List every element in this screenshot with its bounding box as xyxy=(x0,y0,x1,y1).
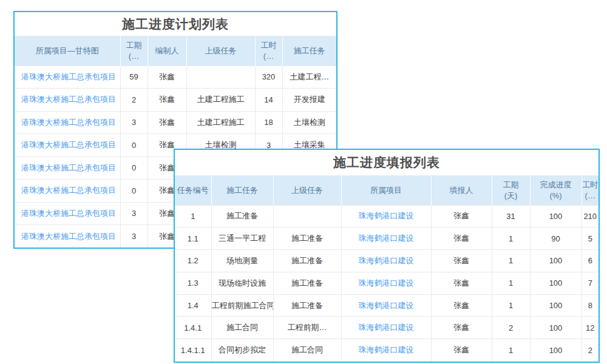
duration-cell: 59 xyxy=(120,66,148,89)
project-link[interactable]: 珠海鹤港口建设 xyxy=(341,272,431,294)
task-id-cell: 1.1 xyxy=(175,228,211,250)
task-cell: 施工准备 xyxy=(211,205,273,228)
hours-cell: 12 xyxy=(582,317,599,339)
task-cell: 三通一平工程 xyxy=(211,228,273,250)
col-header-duration-days: 工期 (天) xyxy=(492,176,530,205)
task-cell: 工程前期施工合同 xyxy=(211,294,273,317)
duration-cell: 1 xyxy=(492,228,530,250)
progress-cell: 100 xyxy=(530,339,582,362)
col-header-reporter: 填报人 xyxy=(431,176,492,205)
project-link[interactable]: 珠海鹤港口建设 xyxy=(341,228,431,250)
author-cell: 张鑫 xyxy=(148,66,186,89)
col-header-hours: 工时 (… xyxy=(582,176,599,205)
parent-task-cell xyxy=(186,66,255,89)
task-id-cell: 1 xyxy=(175,205,211,228)
parent-task-cell: 施工准备 xyxy=(273,272,341,294)
project-link[interactable]: 珠海鹤港口建设 xyxy=(341,294,431,317)
col-header-project-gantt: 所属项目—甘特图 xyxy=(15,36,120,66)
duration-cell: 31 xyxy=(492,205,530,228)
duration-cell: 2 xyxy=(492,317,530,339)
project-link[interactable]: 港珠澳大桥施工总承包项目 xyxy=(15,134,120,157)
project-link[interactable]: 港珠澳大桥施工总承包项目 xyxy=(15,225,120,248)
task-id-cell: 1.2 xyxy=(175,250,211,272)
col-header-project: 所属项目 xyxy=(341,176,431,205)
report-table-head: 任务编号 施工任务 上级任务 所属项目 填报人 工期 (天) 完成进度 (%) … xyxy=(175,176,599,205)
task-cell: 现场临时设施 xyxy=(211,272,273,294)
hours-cell: 8 xyxy=(582,294,599,317)
duration-cell: 3 xyxy=(120,202,148,225)
plan-table-row: 港珠澳大桥施工总承包项目 59 张鑫 320 土建工程… xyxy=(15,66,336,89)
report-table-title: 施工进度填报列表 xyxy=(175,150,599,176)
progress-cell: 100 xyxy=(530,294,582,317)
col-header-hours: 工时 (… xyxy=(255,36,282,66)
col-header-task: 施工任务 xyxy=(211,176,273,205)
duration-cell: 1 xyxy=(492,250,530,272)
duration-cell: 2 xyxy=(120,89,148,112)
task-cell: 施工合同 xyxy=(211,317,273,339)
project-link[interactable]: 港珠澳大桥施工总承包项目 xyxy=(15,111,120,134)
progress-cell: 100 xyxy=(530,205,582,228)
report-table-row: 1.3 现场临时设施 施工准备 珠海鹤港口建设 张鑫 1 100 7 xyxy=(175,272,599,294)
duration-cell: 1 xyxy=(492,339,530,362)
task-cell: 合同初步拟定 xyxy=(211,339,273,362)
project-link[interactable]: 珠海鹤港口建设 xyxy=(341,339,431,362)
parent-task-cell: 施工合同 xyxy=(273,339,341,362)
hours-cell: 18 xyxy=(255,111,282,134)
project-link[interactable]: 港珠澳大桥施工总承包项目 xyxy=(15,202,120,225)
reporter-cell: 张鑫 xyxy=(431,272,492,294)
report-table-row: 1.1 三通一平工程 施工准备 珠海鹤港口建设 张鑫 1 90 5 xyxy=(175,228,599,250)
reporter-cell: 张鑫 xyxy=(431,205,492,228)
task-cell: 土壤检测 xyxy=(282,111,336,134)
report-table-row: 1.4.1.1 合同初步拟定 施工合同 珠海鹤港口建设 张鑫 1 100 2 xyxy=(175,339,599,362)
reporter-cell: 张鑫 xyxy=(431,250,492,272)
project-link[interactable]: 港珠澳大桥施工总承包项目 xyxy=(15,180,120,203)
project-link[interactable]: 珠海鹤港口建设 xyxy=(341,205,431,228)
author-cell: 张鑫 xyxy=(148,111,186,134)
duration-cell: 0 xyxy=(120,134,148,157)
parent-task-cell xyxy=(273,205,341,228)
duration-cell: 0 xyxy=(120,157,148,180)
hours-cell: 320 xyxy=(255,66,282,89)
project-link[interactable]: 珠海鹤港口建设 xyxy=(341,250,431,272)
project-link[interactable]: 珠海鹤港口建设 xyxy=(341,317,431,339)
reporter-cell: 张鑫 xyxy=(431,339,492,362)
report-table-row: 1.2 场地测量 施工准备 珠海鹤港口建设 张鑫 1 100 6 xyxy=(175,250,599,272)
reporter-cell: 张鑫 xyxy=(431,317,492,339)
hours-cell: 6 xyxy=(582,250,599,272)
duration-cell: 3 xyxy=(120,111,148,134)
task-id-cell: 1.4.1.1 xyxy=(175,339,211,362)
progress-cell: 90 xyxy=(530,228,582,250)
duration-cell: 0 xyxy=(120,180,148,203)
task-cell: 开发报建 xyxy=(282,89,336,112)
parent-task-cell: 土建工程施工 xyxy=(186,89,255,112)
project-link[interactable]: 港珠澳大桥施工总承包项目 xyxy=(15,66,120,89)
hours-cell: 2 xyxy=(582,339,599,362)
hours-cell: 14 xyxy=(255,89,282,112)
report-table: 任务编号 施工任务 上级任务 所属项目 填报人 工期 (天) 完成进度 (%) … xyxy=(175,176,599,362)
report-table-row: 1.4.1 施工合同 工程前期… 珠海鹤港口建设 张鑫 2 100 12 xyxy=(175,317,599,339)
plan-table-title: 施工进度计划列表 xyxy=(15,12,336,36)
reporter-cell: 张鑫 xyxy=(431,294,492,317)
progress-cell: 100 xyxy=(530,272,582,294)
project-link[interactable]: 港珠澳大桥施工总承包项目 xyxy=(15,157,120,180)
duration-cell: 3 xyxy=(120,225,148,248)
parent-task-cell: 施工准备 xyxy=(273,294,341,317)
col-header-task-id: 任务编号 xyxy=(175,176,211,205)
task-cell: 土建工程… xyxy=(282,66,336,89)
parent-task-cell: 施工准备 xyxy=(273,250,341,272)
project-link[interactable]: 港珠澳大桥施工总承包项目 xyxy=(15,89,120,112)
parent-task-cell: 工程前期… xyxy=(273,317,341,339)
reporter-cell: 张鑫 xyxy=(431,228,492,250)
col-header-task: 施工任务 xyxy=(282,36,336,66)
col-header-progress-pct: 完成进度 (%) xyxy=(530,176,582,205)
progress-cell: 100 xyxy=(530,250,582,272)
col-header-duration: 工期 (… xyxy=(120,36,148,66)
author-cell: 张鑫 xyxy=(148,89,186,112)
report-table-row: 1 施工准备 珠海鹤港口建设 张鑫 31 100 210 xyxy=(175,205,599,228)
plan-table-head: 所属项目—甘特图 工期 (… 编制人 上级任务 工时 (… 施工任务 xyxy=(15,36,336,66)
col-header-author: 编制人 xyxy=(148,36,186,66)
plan-table-row: 港珠澳大桥施工总承包项目 2 张鑫 土建工程施工 14 开发报建 xyxy=(15,89,336,112)
report-header-row: 任务编号 施工任务 上级任务 所属项目 填报人 工期 (天) 完成进度 (%) … xyxy=(175,176,599,205)
plan-table-row: 港珠澳大桥施工总承包项目 3 张鑫 土建工程施工 18 土壤检测 xyxy=(15,111,336,134)
report-table-body: 1 施工准备 珠海鹤港口建设 张鑫 31 100 210 1.1 三通一平工程 … xyxy=(175,205,599,362)
